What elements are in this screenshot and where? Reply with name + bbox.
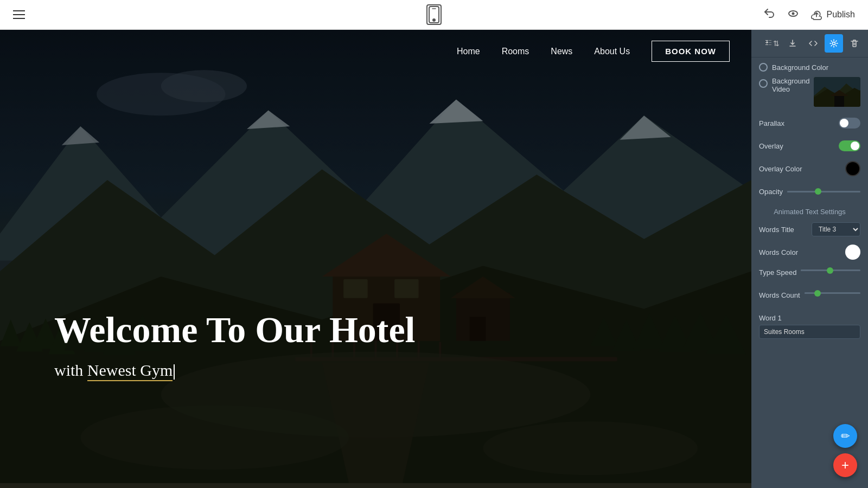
settings-button[interactable]	[825, 34, 843, 53]
topbar-left	[13, 10, 25, 19]
mobile-preview-button[interactable]	[426, 4, 442, 25]
hero-navigation: Home Rooms News About Us BOOK NOW	[0, 30, 751, 73]
words-title-row: Words Title Title 1 Title 2 Title 3 Titl…	[759, 222, 860, 237]
hero-title: Welcome To Our Hotel	[54, 310, 416, 350]
opacity-row: Opacity	[759, 184, 860, 199]
bg-color-label: Background Color	[772, 63, 828, 72]
book-now-button[interactable]: BOOK NOW	[652, 41, 730, 62]
word1-row: Word 1	[759, 313, 860, 339]
overlay-row: Overlay	[759, 138, 860, 153]
add-fab-button[interactable]: +	[833, 453, 857, 477]
fab-container: ✏ +	[833, 424, 857, 477]
words-title-label: Words Title	[759, 226, 794, 234]
parallax-toggle[interactable]	[839, 118, 860, 129]
overlay-label: Overlay	[759, 142, 783, 150]
undo-icon[interactable]	[763, 7, 776, 23]
topbar: Publish	[0, 0, 868, 30]
words-count-slider[interactable]	[805, 292, 860, 294]
words-color-swatch[interactable]	[845, 245, 860, 260]
preview-icon[interactable]	[787, 7, 800, 23]
words-color-label: Words Color	[759, 248, 798, 256]
words-count-row: Words Count	[759, 290, 860, 305]
type-speed-label: Type Speed	[759, 267, 796, 277]
hero-content: Welcome To Our Hotel with Newest Gym	[54, 310, 416, 380]
right-panel: ⇅	[751, 30, 868, 488]
animated-text-header: Animated Text Settings	[774, 208, 846, 216]
hero-subtitle: with Newest Gym	[54, 361, 416, 380]
subtitle-animated: Newest Gym	[87, 361, 173, 381]
type-speed-slider[interactable]	[801, 269, 860, 271]
svg-point-50	[833, 42, 835, 45]
add-icon: +	[841, 458, 849, 473]
publish-label: Publish	[827, 10, 855, 20]
svg-point-1	[433, 20, 435, 22]
nav-about[interactable]: About Us	[594, 47, 630, 56]
panel-settings: Background Color Background Video	[751, 57, 868, 488]
word1-label: Word 1	[759, 314, 782, 322]
opacity-slider[interactable]	[787, 191, 860, 192]
type-speed-row: Type Speed	[759, 267, 860, 282]
overlay-toggle[interactable]	[839, 140, 860, 151]
opacity-label: Opacity	[759, 188, 783, 196]
hero-section: Home Rooms News About Us BOOK NOW Welcom…	[0, 30, 751, 488]
hamburger-menu[interactable]	[13, 10, 25, 19]
overlay-color-label: Overlay Color	[759, 165, 802, 173]
subtitle-prefix: with	[54, 361, 87, 379]
bg-video-label: Background Video	[772, 77, 809, 93]
panel-toolbar: ⇅	[751, 30, 868, 57]
words-count-label: Words Count	[759, 290, 800, 299]
download-button[interactable]	[783, 34, 802, 53]
words-title-select[interactable]: Title 1 Title 2 Title 3 Title 4	[812, 222, 860, 236]
canvas-area: Home Rooms News About Us BOOK NOW Welcom…	[0, 30, 868, 488]
sort-button[interactable]: ⇅	[763, 34, 781, 53]
text-cursor	[174, 364, 175, 380]
edit-icon: ✏	[841, 429, 850, 442]
nav-rooms[interactable]: Rooms	[502, 47, 529, 56]
publish-button[interactable]: Publish	[810, 9, 855, 21]
bg-color-option[interactable]: Background Color	[759, 63, 860, 72]
overlay-color-swatch[interactable]	[845, 161, 860, 176]
hero-overlay	[0, 30, 751, 488]
bg-video-option[interactable]: Background Video	[759, 77, 860, 107]
svg-rect-56	[834, 94, 844, 107]
bg-video-radio[interactable]	[759, 79, 768, 88]
nav-news[interactable]: News	[551, 47, 572, 56]
bg-video-thumbnail[interactable]	[814, 77, 860, 107]
bg-color-radio[interactable]	[759, 63, 768, 72]
edit-fab-button[interactable]: ✏	[833, 424, 857, 448]
parallax-label: Parallax	[759, 119, 784, 127]
svg-point-4	[792, 12, 794, 15]
word1-input[interactable]	[759, 325, 860, 339]
nav-home[interactable]: Home	[457, 47, 480, 56]
topbar-right: Publish	[763, 7, 855, 23]
trash-button[interactable]	[845, 34, 864, 53]
topbar-center	[426, 4, 442, 25]
overlay-color-row: Overlay Color	[759, 161, 860, 176]
words-color-row: Words Color	[759, 245, 860, 260]
parallax-row: Parallax	[759, 115, 860, 131]
code-button[interactable]	[804, 34, 822, 53]
